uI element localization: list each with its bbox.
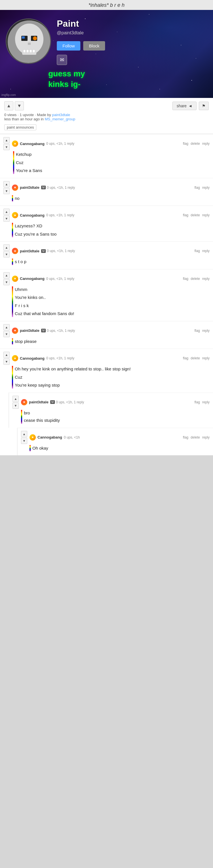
- reply-link[interactable]: reply: [202, 186, 210, 190]
- upvote-button[interactable]: ▲: [4, 101, 13, 111]
- flag-link[interactable]: flag: [194, 400, 200, 404]
- comment-downvote[interactable]: ▼: [3, 188, 10, 194]
- comment-user-icon: ★: [12, 328, 18, 334]
- comment-user-icon: ★: [21, 399, 27, 405]
- comment-downvote[interactable]: ▼: [3, 144, 10, 150]
- comment-upvote[interactable]: ▲: [12, 396, 19, 402]
- comment-downvote[interactable]: ▼: [12, 402, 19, 409]
- flag-link[interactable]: flag: [194, 329, 200, 333]
- avatar: [6, 19, 51, 64]
- flag-link[interactable]: flag: [183, 356, 188, 360]
- comment-user-icon: ★: [12, 248, 18, 254]
- comment-downvote[interactable]: ▼: [21, 438, 27, 444]
- comment-block: ▲ ▼ ★ Cannogabang 0 ups, <1h flag delete…: [17, 428, 213, 456]
- comment-downvote[interactable]: ▼: [3, 359, 10, 365]
- top-text: *inhales* b r e h: [0, 0, 213, 10]
- comment-text: You're kinks on..: [15, 294, 210, 301]
- flag-link[interactable]: flag: [183, 213, 188, 217]
- svg-rect-10: [26, 50, 29, 53]
- delete-link[interactable]: delete: [190, 142, 200, 146]
- comment-user-icon: ★: [12, 212, 18, 218]
- delete-link[interactable]: delete: [190, 213, 200, 217]
- reply-link[interactable]: reply: [202, 142, 210, 146]
- reply-link[interactable]: reply: [202, 435, 210, 439]
- comment-badge: M: [41, 329, 46, 332]
- comment-upvote[interactable]: ▲: [3, 209, 10, 215]
- flag-link[interactable]: flag: [194, 249, 200, 253]
- comment-block: ▲ ▼ ★ paint3dtale M 0 ups, <1h, 1 reply …: [0, 178, 213, 206]
- svg-rect-12: [33, 50, 35, 53]
- comment-downvote[interactable]: ▼: [3, 279, 10, 285]
- comment-user-icon: ★: [12, 185, 18, 191]
- comment-text: cease this stupidity: [24, 417, 210, 424]
- share-button[interactable]: share ◄: [172, 102, 196, 110]
- comment-upvote[interactable]: ▲: [3, 352, 10, 358]
- message-button[interactable]: ✉: [57, 55, 67, 65]
- comment-text: Uhmm: [15, 286, 210, 293]
- comment-downvote[interactable]: ▼: [3, 215, 10, 222]
- svg-rect-6: [22, 36, 25, 39]
- comment-username: Cannogabang: [20, 213, 44, 217]
- comment-downvote[interactable]: ▼: [3, 251, 10, 257]
- comment-downvote[interactable]: ▼: [3, 331, 10, 337]
- flag-link[interactable]: flag: [183, 435, 188, 439]
- comment-block: ▲ ▼ ★ paint3dtale M 0 ups, <1h, 1 reply …: [0, 321, 213, 349]
- comment-block: ▲ ▼ ★ Cannogabang 0 ups, <1h, 1 reply fl…: [0, 348, 213, 393]
- comment-user-icon: ★: [30, 434, 36, 440]
- reply-link[interactable]: reply: [202, 213, 210, 217]
- comment-upvote[interactable]: ▲: [3, 244, 10, 251]
- comment-meta: 0 ups, <1h, 1 reply: [47, 329, 194, 333]
- post-area: ▲ ▼ share ◄ ⚑ 0 views · 1 upvote · Made …: [0, 98, 213, 134]
- comment-block: ▲ ▼ ★ paint3dtale M 0 ups, <1h, 1 reply …: [8, 393, 213, 428]
- comment-text: Cuz: [15, 374, 210, 381]
- comment-username: paint3dtale: [29, 400, 49, 404]
- share-label: share: [177, 103, 187, 108]
- comment-upvote[interactable]: ▲: [3, 324, 10, 331]
- comment-meta: 0 ups, <1h, 1 reply: [46, 356, 183, 360]
- comment-text: s t o p: [15, 258, 210, 265]
- comment-text: Cuz you're a Sans too: [15, 231, 210, 238]
- post-group-link[interactable]: MS_memer_group: [44, 117, 75, 121]
- flag-link[interactable]: flag: [183, 277, 188, 281]
- comment-username: Cannogabang: [20, 276, 44, 281]
- comment-upvote[interactable]: ▲: [3, 272, 10, 278]
- delete-link[interactable]: delete: [190, 435, 200, 439]
- comment-upvote[interactable]: ▲: [21, 431, 27, 437]
- comment-username: paint3dtale: [20, 329, 39, 333]
- comment-username: paint3dtale: [20, 249, 39, 253]
- comment-text: You're keep saying stop: [15, 382, 210, 389]
- comment-text: Oh hey you're kink on anything related t…: [15, 366, 210, 372]
- svg-rect-8: [28, 42, 31, 45]
- follow-button[interactable]: Follow: [57, 41, 80, 51]
- flag-link[interactable]: flag: [183, 142, 188, 146]
- comment-user-icon: ★: [12, 276, 18, 282]
- reply-link[interactable]: reply: [202, 249, 210, 253]
- reply-link[interactable]: reply: [202, 400, 210, 404]
- comment-upvote[interactable]: ▲: [3, 137, 10, 143]
- comment-meta: 0 ups, <1h, 1 reply: [46, 142, 183, 146]
- comment-username: Cannogabang: [20, 356, 44, 361]
- comment-username: paint3dtale: [20, 185, 39, 190]
- profile-banner: Paint @paint3dtale Follow Block ✉ guess …: [0, 10, 213, 98]
- comment-upvote[interactable]: ▲: [3, 181, 10, 187]
- comment-text: Lazyness? XD: [15, 223, 210, 229]
- block-button[interactable]: Block: [83, 41, 105, 51]
- post-tag[interactable]: paint announces: [4, 124, 36, 130]
- flag-link[interactable]: flag: [194, 186, 200, 190]
- post-author-link[interactable]: paint3dtale: [52, 113, 70, 117]
- comment-meta: 0 ups, <1h, 1 reply: [56, 400, 194, 404]
- delete-link[interactable]: delete: [190, 277, 200, 281]
- flag-button[interactable]: ⚑: [199, 102, 209, 110]
- comment-meta: 0 ups, <1h: [64, 435, 183, 439]
- reply-link[interactable]: reply: [202, 277, 210, 281]
- delete-link[interactable]: delete: [190, 356, 200, 360]
- reply-link[interactable]: reply: [202, 356, 210, 360]
- comment-text: bro: [24, 410, 210, 416]
- downvote-button[interactable]: ▼: [15, 101, 24, 111]
- comment-block: ▲ ▼ ★ Cannogabang 0 ups, <1h, 1 reply fl…: [0, 269, 213, 321]
- profile-handle: @paint3dtale: [57, 30, 207, 35]
- flag-icon: ⚑: [202, 103, 206, 108]
- profile-bio: guess mykinks ig-: [48, 69, 85, 89]
- comment-text: Cuz: [16, 159, 210, 166]
- reply-link[interactable]: reply: [202, 329, 210, 333]
